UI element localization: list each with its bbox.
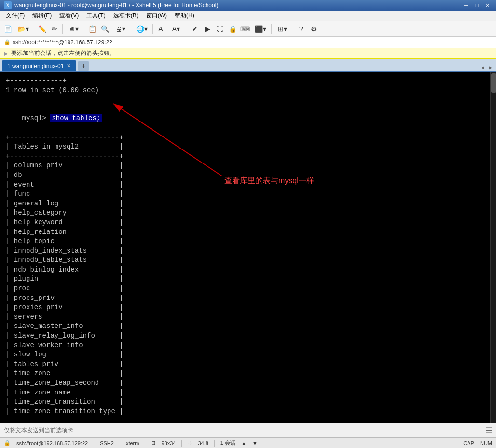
status-protocol: SSH2: [100, 440, 114, 446]
toolbar-print[interactable]: 🖨▾: [111, 23, 129, 35]
toolbar-sep8: [293, 24, 293, 34]
term-line-rowset: 1 row in set (0.00 sec): [6, 86, 490, 95]
menu-tools[interactable]: 工具(T): [83, 11, 109, 21]
term-line-blank: [6, 95, 490, 105]
tab-label: 1 wangruifenglinux-01: [7, 63, 64, 69]
tab-next-button[interactable]: ▶: [488, 64, 494, 71]
toolbar-fullscreen[interactable]: ⛶: [214, 23, 226, 35]
status-bar: 🔒 ssh://root@192.168.57.129:22 SSH2 xter…: [0, 437, 496, 448]
toolbar-sep1: [34, 24, 34, 34]
term-row-19: | slave_worker_info |: [6, 341, 490, 351]
status-sep4: [181, 440, 182, 447]
lock-icon: 🔒: [4, 39, 11, 45]
menu-file[interactable]: 文件(F): [2, 11, 28, 21]
term-row-21: | tables_priv |: [6, 360, 490, 369]
toolbar-forward[interactable]: ▶: [202, 23, 213, 35]
status-right: CAP NUM: [463, 440, 492, 446]
status-up-button[interactable]: ▲: [241, 440, 247, 446]
status-position: 34,8: [198, 440, 208, 446]
term-table-header: | Tables_in_mysql2 |: [6, 142, 490, 152]
toolbar-pencil[interactable]: ✏️: [36, 23, 48, 35]
term-row-26: | time_zone_transition_type |: [6, 407, 490, 417]
term-row-7: | help_relation |: [6, 228, 490, 237]
term-row-10: | innodb_table_stats |: [6, 256, 490, 265]
status-down-button[interactable]: ▼: [252, 440, 258, 446]
menu-window[interactable]: 窗口(W): [142, 11, 171, 21]
term-row-12: | plugin |: [6, 274, 490, 284]
scrollbar-thumb[interactable]: [491, 73, 496, 93]
toolbar-open[interactable]: 📂▾: [14, 23, 32, 35]
toolbar-globe[interactable]: 🌐▾: [133, 23, 151, 35]
scrollbar[interactable]: [490, 72, 496, 423]
command-text: show tables;: [50, 114, 102, 122]
tab-1[interactable]: 1 wangruifenglinux-01 ✕: [2, 60, 76, 71]
toolbar-connect[interactable]: 🖥▾: [65, 23, 82, 35]
status-size-icon: ⊞: [151, 440, 155, 446]
term-row-14: | procs_priv |: [6, 294, 490, 303]
toolbar-extra[interactable]: ⚙: [308, 23, 319, 35]
tab-close-icon[interactable]: ✕: [67, 63, 71, 69]
notification-bar: ▶ 要添加当前会话，点击左侧的箭头按钮。: [0, 48, 496, 59]
menu-tabs[interactable]: 选项卡(B): [110, 11, 142, 21]
tab-prev-button[interactable]: ◀: [480, 64, 486, 71]
toolbar-sep7: [271, 24, 272, 34]
status-sep5: [214, 440, 215, 447]
toolbar-copy[interactable]: 📋: [86, 23, 98, 35]
toolbar-sep6: [187, 24, 187, 34]
toolbar-font2[interactable]: A▾: [167, 23, 185, 35]
status-sep1: [94, 440, 94, 447]
toolbar-more[interactable]: ⬛▾: [252, 23, 269, 35]
status-num: NUM: [480, 440, 492, 446]
term-row-22: | time_zone |: [6, 369, 490, 379]
toolbar-sep3: [84, 24, 84, 34]
toolbar-check[interactable]: ✔: [189, 23, 201, 35]
status-caps: CAP: [463, 440, 474, 446]
title-bar: X wangruifenglinux-01 - root@wangruifeng…: [0, 0, 496, 11]
term-row-8: | help_topic |: [6, 237, 490, 246]
term-row-5: | help_category |: [6, 208, 490, 218]
toolbar-help[interactable]: ?: [295, 23, 307, 35]
term-prompt-line: mysql> show tables;: [6, 105, 490, 133]
toolbar-sep4: [131, 24, 131, 34]
status-size: 98x34: [161, 440, 176, 446]
notification-text: 要添加当前会话，点击左侧的箭头按钮。: [11, 49, 115, 57]
menu-help[interactable]: 帮助(H): [171, 11, 198, 21]
term-row-0: | columns_priv |: [6, 161, 490, 171]
term-row-15: | proxies_priv |: [6, 303, 490, 312]
mysql-prompt: mysql>: [22, 114, 51, 122]
menu-bar: 文件(F) 编辑(E) 查看(V) 工具(T) 选项卡(B) 窗口(W) 帮助(…: [0, 11, 496, 21]
terminal[interactable]: 查看库里的表与mysql一样 +-------------+ 1 row in …: [0, 72, 496, 423]
toolbar: 📄 📂▾ ✏️ ✏ 🖥▾ 📋 🔍 🖨▾ 🌐▾ A A▾ ✔ ▶ ⛶ 🔒 ⌨ ⬛▾…: [0, 21, 496, 37]
close-button[interactable]: ✕: [482, 1, 492, 9]
window-title: wangruifenglinux-01 - root@wangruifeng-0…: [14, 2, 218, 9]
toolbar-new-session[interactable]: 📄: [2, 23, 14, 35]
term-row-11: | ndb_binlog_index |: [6, 265, 490, 275]
term-row-20: | slow_log |: [6, 350, 490, 360]
term-row-25: | time_zone_transition |: [6, 397, 490, 407]
status-connection: ssh://root@192.168.57.129:22: [16, 440, 88, 446]
term-row-6: | help_keyword |: [6, 218, 490, 228]
toolbar-pencil2[interactable]: ✏: [49, 23, 60, 35]
bottom-bar-menu-icon[interactable]: ☰: [485, 426, 492, 435]
menu-view[interactable]: 查看(V): [55, 11, 83, 21]
bottom-bar-text: 仅将文本发送到当前选项卡: [4, 426, 73, 434]
term-row-16: | servers |: [6, 312, 490, 322]
arrow-icon: ▶: [4, 50, 8, 57]
minimize-button[interactable]: ─: [461, 1, 471, 9]
toolbar-search[interactable]: 🔍: [99, 23, 110, 35]
term-row-18: | slave_relay_log_info |: [6, 331, 490, 341]
term-row-2: | event |: [6, 180, 490, 190]
tab-nav: ◀ ▶: [480, 64, 494, 71]
tab-add-button[interactable]: +: [78, 61, 89, 71]
maximize-button[interactable]: □: [472, 1, 482, 9]
toolbar-keyboard[interactable]: ⌨: [239, 23, 251, 35]
status-sessions: 1 会话: [220, 439, 235, 447]
toolbar-cols[interactable]: ⊞▾: [274, 23, 291, 35]
toolbar-lock[interactable]: 🔒: [227, 23, 238, 35]
menu-edit[interactable]: 编辑(E): [28, 11, 55, 21]
term-row-24: | time_zone_name |: [6, 388, 490, 398]
toolbar-font[interactable]: A: [155, 23, 166, 35]
term-table-border1: +---------------------------+: [6, 133, 490, 143]
term-row-17: | slave_master_info |: [6, 322, 490, 331]
bottom-bar: 仅将文本发送到当前选项卡 ☰: [0, 423, 496, 437]
